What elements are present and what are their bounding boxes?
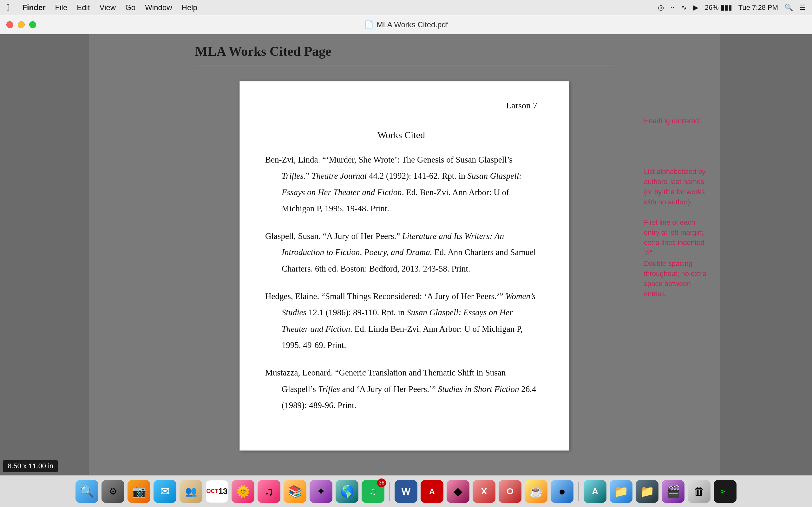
apple-logo-icon[interactable]:  bbox=[6, 3, 9, 13]
dock-item-calendar[interactable]: OCT 13 bbox=[206, 480, 229, 503]
wifi-icon: ∿ bbox=[681, 3, 687, 12]
dock-item-safari[interactable]: 🌎 bbox=[336, 480, 358, 503]
window-title: MLA Works Cited.pdf bbox=[377, 20, 448, 29]
annotation-text-1: Heading centered. bbox=[644, 117, 701, 125]
dock-item-folder1[interactable]: 📁 bbox=[610, 480, 632, 503]
size-label: 8.50 x 11.00 in bbox=[3, 460, 58, 472]
dock-item-launchpad[interactable]: ✦ bbox=[310, 480, 333, 503]
menu-file[interactable]: File bbox=[55, 3, 67, 12]
dock-item-word[interactable]: W bbox=[395, 480, 417, 503]
dock-item-pixelmator[interactable]: ◆ bbox=[447, 480, 469, 503]
annotation-alphabetized: List alphabetized by authors’ last names… bbox=[644, 167, 711, 207]
paper-page: Larson 7 Works Cited Ben-Zvi, Linda. “‘M… bbox=[240, 81, 569, 451]
annotation-double-spacing: Double-spacing throughout; no extra spac… bbox=[644, 259, 711, 299]
pdf-area[interactable]: MLA Works Cited Page Larson 7 Works Cite… bbox=[89, 34, 720, 475]
dock-item-finder[interactable]: 🔍 bbox=[75, 480, 98, 503]
search-icon[interactable]: 🔍 bbox=[784, 3, 793, 12]
battery-indicator: 26% ▮▮▮ bbox=[705, 3, 732, 12]
sidebar-right bbox=[720, 34, 812, 475]
dock-item-terminal[interactable]: >_ bbox=[714, 480, 737, 503]
pdf-icon: 📄 bbox=[364, 20, 374, 29]
title-divider bbox=[195, 65, 614, 65]
volume-icon: ▶ bbox=[693, 3, 699, 12]
menu-go[interactable]: Go bbox=[125, 3, 136, 12]
citation-entry-1: Ben-Zvi, Linda. “‘Murder, She Wrote’: Th… bbox=[265, 152, 537, 217]
menu-extra-icon[interactable]: ☰ bbox=[799, 3, 806, 12]
page-title: MLA Works Cited Page bbox=[195, 44, 614, 59]
dock-item-mail[interactable]: ✉ bbox=[154, 480, 176, 503]
menubar-right: ◎ ⋅⋅ ∿ ▶ 26% ▮▮▮ Tue 7:28 PM 🔍 ☰ bbox=[658, 3, 806, 12]
status-icon-s: ◎ bbox=[658, 3, 664, 12]
annotation-text-2: List alphabetized by authors’ last names… bbox=[644, 168, 705, 206]
pdf-content-wrapper: Larson 7 Works Cited Ben-Zvi, Linda. “‘M… bbox=[89, 81, 720, 451]
citation-entry-2: Glaspell, Susan. “A Jury of Her Peers.” … bbox=[265, 228, 537, 277]
dock-item-x[interactable]: X bbox=[473, 480, 496, 503]
annotation-text-3: First line of each entry at left margin;… bbox=[644, 218, 705, 257]
annotation-text-4: Double-spacing throughout; no extra spac… bbox=[644, 260, 706, 298]
dock: 🔍 ⚙ 📷 ✉ 👥 OCT 13 🌞 ♫ 📚 ✦ 🌎 ♫ 36 W A ◆ X … bbox=[0, 475, 812, 507]
dock-item-folder2[interactable]: 📁 bbox=[636, 480, 658, 503]
menubar:  Finder File Edit View Go Window Help ◎… bbox=[0, 0, 812, 15]
menu-help[interactable]: Help bbox=[182, 3, 197, 12]
sidebar-left bbox=[0, 34, 89, 475]
dock-item-iphoto[interactable]: 🌞 bbox=[232, 480, 254, 503]
page-number: Larson 7 bbox=[265, 101, 537, 111]
dock-separator-2 bbox=[578, 482, 579, 501]
page-header-area: MLA Works Cited Page bbox=[183, 44, 626, 81]
menu-edit[interactable]: Edit bbox=[77, 3, 90, 12]
traffic-lights bbox=[6, 21, 36, 28]
menu-window[interactable]: Window bbox=[145, 3, 172, 12]
titlebar: 📄 MLA Works Cited.pdf bbox=[0, 15, 812, 34]
dock-item-appstore[interactable]: A bbox=[583, 480, 606, 503]
dock-item-acrobat[interactable]: A bbox=[420, 480, 444, 503]
bluetooth-icon: ⋅⋅ bbox=[670, 3, 675, 12]
menubar-left:  Finder File Edit View Go Window Help bbox=[6, 3, 197, 13]
dock-item-contacts[interactable]: 👥 bbox=[180, 480, 202, 503]
minimize-button[interactable] bbox=[18, 21, 25, 28]
clock: Tue 7:28 PM bbox=[739, 3, 778, 12]
dock-item-ibooks[interactable]: 📚 bbox=[284, 480, 306, 503]
close-button[interactable] bbox=[6, 21, 13, 28]
dock-item-settings[interactable]: ⚙ bbox=[101, 480, 124, 503]
annotation-heading-centered: Heading centered. bbox=[644, 116, 701, 126]
dock-item-spotify[interactable]: ♫ 36 bbox=[362, 480, 385, 503]
dock-item-opera[interactable]: O bbox=[499, 480, 521, 503]
citation-entry-4: Mustazza, Leonard. “Generic Translation … bbox=[265, 365, 537, 413]
dock-separator bbox=[389, 482, 390, 501]
menu-view[interactable]: View bbox=[100, 3, 116, 12]
main-content: MLA Works Cited Page Larson 7 Works Cite… bbox=[0, 34, 812, 475]
citation-entry-3: Hedges, Elaine. “Small Things Reconsider… bbox=[265, 288, 537, 353]
dock-item-blue1[interactable]: ● bbox=[551, 480, 573, 503]
maximize-button[interactable] bbox=[29, 21, 36, 28]
dock-item-movies[interactable]: 🎬 bbox=[662, 480, 684, 503]
annotation-first-line: First line of each entry at left margin;… bbox=[644, 217, 711, 258]
dock-item-java[interactable]: ☕ bbox=[525, 480, 548, 503]
dock-item-itunes[interactable]: ♫ bbox=[258, 480, 281, 503]
dock-item-photobooth[interactable]: 📷 bbox=[128, 480, 150, 503]
titlebar-title: 📄 MLA Works Cited.pdf bbox=[364, 20, 448, 29]
dock-item-trash[interactable]: 🗑 bbox=[688, 480, 711, 503]
menu-finder[interactable]: Finder bbox=[22, 3, 45, 12]
works-cited-heading: Works Cited bbox=[265, 130, 537, 140]
spotify-badge: 36 bbox=[377, 478, 386, 487]
